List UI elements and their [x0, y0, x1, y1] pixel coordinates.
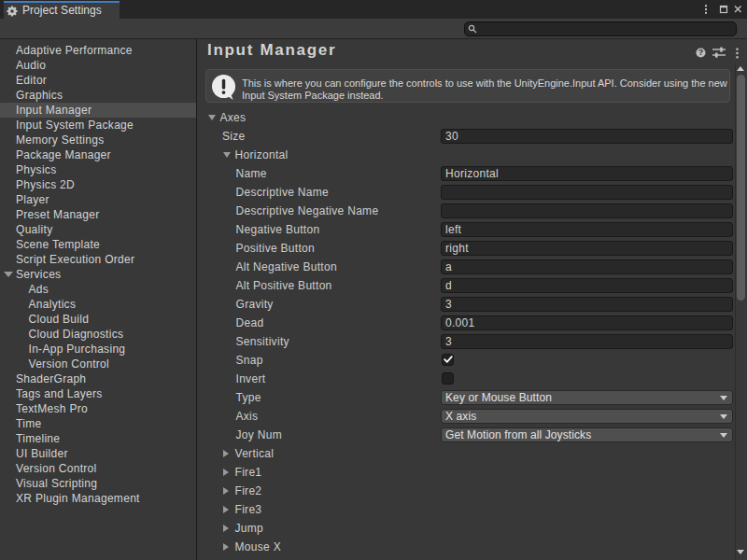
svg-text:?: ? [698, 48, 704, 57]
